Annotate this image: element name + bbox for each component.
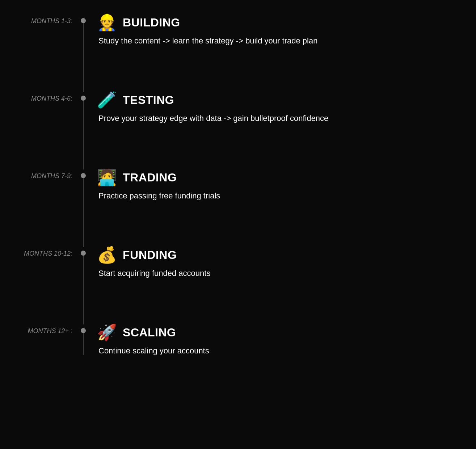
phase-building-timeline bbox=[80, 14, 87, 92]
phase-scaling: MONTHS 12+ :🚀SCALINGContinue scaling you… bbox=[22, 324, 454, 357]
phase-testing-timeline bbox=[80, 92, 87, 169]
phase-building-vline bbox=[83, 23, 84, 92]
phase-building-months: MONTHS 1-3: bbox=[22, 14, 80, 25]
phase-testing-vline bbox=[83, 101, 84, 169]
phase-trading-timeline bbox=[80, 169, 87, 247]
phase-testing-description: Prove your strategy edge with data -> ga… bbox=[98, 113, 328, 124]
phase-funding-description: Start acquiring funded accounts bbox=[98, 268, 210, 279]
phase-testing-emoji: 🧪 bbox=[97, 92, 117, 108]
phase-scaling-emoji: 🚀 bbox=[97, 324, 117, 340]
phase-scaling-description: Continue scaling your accounts bbox=[98, 345, 209, 357]
phase-scaling-header: 🚀SCALING bbox=[97, 324, 209, 340]
phase-trading-title: TRADING bbox=[123, 171, 177, 184]
phase-building-description: Study the content -> learn the strategy … bbox=[98, 35, 317, 47]
phase-testing-left: MONTHS 4-6: bbox=[22, 92, 87, 169]
phase-scaling-left: MONTHS 12+ : bbox=[22, 324, 87, 357]
phase-building-header: 👷BUILDING bbox=[97, 14, 317, 30]
phase-funding-header: 💰FUNDING bbox=[97, 247, 210, 263]
phase-scaling-months: MONTHS 12+ : bbox=[22, 324, 80, 335]
phase-testing-dot bbox=[81, 96, 86, 101]
phase-trading-emoji: 🧑‍💻 bbox=[97, 169, 117, 185]
phase-trading-vline bbox=[83, 178, 84, 247]
phase-trading-months: MONTHS 7-9: bbox=[22, 169, 80, 180]
phase-building-emoji: 👷 bbox=[97, 14, 117, 30]
phase-trading-dot bbox=[81, 173, 86, 178]
phase-scaling-vline bbox=[83, 333, 84, 355]
phase-trading-header: 🧑‍💻TRADING bbox=[97, 169, 220, 185]
phase-testing-title: TESTING bbox=[123, 93, 174, 107]
phase-testing: MONTHS 4-6:🧪TESTINGProve your strategy e… bbox=[22, 92, 454, 169]
phase-trading: MONTHS 7-9:🧑‍💻TRADINGPractice passing fr… bbox=[22, 169, 454, 247]
phase-funding-vline bbox=[83, 256, 84, 324]
phase-scaling-content: 🚀SCALINGContinue scaling your accounts bbox=[87, 324, 209, 357]
phase-building-dot bbox=[81, 18, 86, 23]
timeline: MONTHS 1-3:👷BUILDINGStudy the content ->… bbox=[22, 14, 454, 357]
phase-building-title: BUILDING bbox=[123, 16, 180, 29]
phase-funding-months: MONTHS 10-12: bbox=[22, 247, 80, 257]
phase-trading-left: MONTHS 7-9: bbox=[22, 169, 87, 247]
phase-building-left: MONTHS 1-3: bbox=[22, 14, 87, 92]
phase-funding-timeline bbox=[80, 247, 87, 324]
phase-trading-description: Practice passing free funding trials bbox=[98, 190, 220, 202]
phase-funding-left: MONTHS 10-12: bbox=[22, 247, 87, 324]
phase-testing-content: 🧪TESTINGProve your strategy edge with da… bbox=[87, 92, 328, 169]
phase-funding: MONTHS 10-12:💰FUNDINGStart acquiring fun… bbox=[22, 247, 454, 324]
phase-funding-title: FUNDING bbox=[123, 248, 177, 262]
phase-testing-months: MONTHS 4-6: bbox=[22, 92, 80, 102]
phase-trading-content: 🧑‍💻TRADINGPractice passing free funding … bbox=[87, 169, 220, 247]
phase-building-content: 👷BUILDINGStudy the content -> learn the … bbox=[87, 14, 317, 92]
phase-funding-dot bbox=[81, 251, 86, 256]
phase-scaling-dot bbox=[81, 328, 86, 333]
phase-testing-header: 🧪TESTING bbox=[97, 92, 328, 108]
phase-funding-content: 💰FUNDINGStart acquiring funded accounts bbox=[87, 247, 210, 324]
phase-funding-emoji: 💰 bbox=[97, 247, 117, 263]
phase-scaling-timeline bbox=[80, 324, 87, 355]
phase-building: MONTHS 1-3:👷BUILDINGStudy the content ->… bbox=[22, 14, 454, 92]
phase-scaling-title: SCALING bbox=[123, 326, 176, 339]
